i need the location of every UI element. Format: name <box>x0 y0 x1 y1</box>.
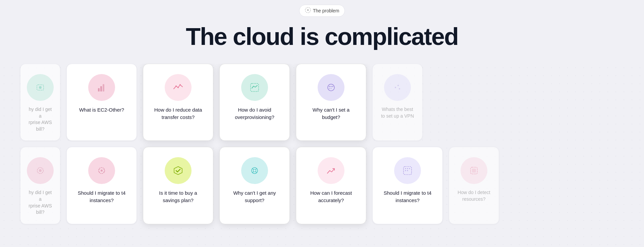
card-text-overprovision: How do I avoid overprovisioning? <box>228 106 281 121</box>
card-partial-surprise-bill[interactable]: hy did I get arprise AWS bill? <box>20 64 60 141</box>
svg-point-27 <box>104 172 105 173</box>
svg-point-25 <box>104 169 105 170</box>
svg-point-3 <box>39 86 42 89</box>
card-icon-detect <box>461 157 487 184</box>
page-title: The cloud is complicated <box>186 23 458 50</box>
card-text-ec2: What is EC2-Other? <box>79 106 124 114</box>
card-migrate-t4-2[interactable]: Should I migrate to t4 instances? <box>372 147 443 224</box>
card-partial-vpn[interactable]: Whats the bestto set up a VPN <box>372 64 423 141</box>
badge-label: The problem <box>313 8 339 13</box>
card-text-savings: Is it time to buy a savings plan? <box>151 189 205 204</box>
svg-point-23 <box>101 170 103 172</box>
card-icon-forecast <box>318 157 344 184</box>
svg-line-33 <box>256 172 257 173</box>
card-support[interactable]: Why can't I get any support? <box>219 147 290 224</box>
svg-rect-6 <box>103 84 104 91</box>
card-partial-text-detect: How do I detectresources? <box>458 189 490 202</box>
svg-point-24 <box>99 169 100 170</box>
cards-area: hy did I get arprise AWS bill? What is E… <box>0 64 644 247</box>
badge-icon <box>305 7 311 14</box>
card-budget[interactable]: Why can't I set a budget? <box>296 64 366 141</box>
svg-point-9 <box>179 84 181 85</box>
card-reduce-transfer[interactable]: How do I reduce data transfer costs? <box>143 64 213 141</box>
svg-line-32 <box>253 172 254 173</box>
svg-rect-10 <box>251 83 259 91</box>
svg-point-39 <box>407 170 408 171</box>
card-icon-transfer <box>165 74 192 101</box>
svg-point-11 <box>328 84 334 91</box>
cards-row-2: hy did I get arprise AWS bill? <box>0 147 644 224</box>
card-icon-migrate1 <box>88 157 115 184</box>
svg-point-16 <box>331 88 332 89</box>
svg-point-8 <box>177 87 179 88</box>
cards-row-1: hy did I get arprise AWS bill? What is E… <box>0 64 644 141</box>
svg-point-19 <box>399 88 400 89</box>
svg-point-13 <box>331 86 332 87</box>
card-partial-detect[interactable]: How do I detectresources? <box>449 147 499 224</box>
card-text-support: Why can't I get any support? <box>228 189 281 204</box>
svg-point-18 <box>397 85 399 86</box>
svg-point-21 <box>39 169 42 172</box>
card-icon-support <box>241 157 268 184</box>
svg-point-36 <box>407 168 408 169</box>
card-partial-bill-2[interactable]: hy did I get arprise AWS bill? <box>20 147 60 224</box>
svg-point-15 <box>329 88 330 89</box>
svg-point-1 <box>307 9 309 11</box>
svg-line-31 <box>256 169 257 170</box>
card-icon-savings <box>165 157 192 184</box>
card-savings-plan[interactable]: Is it time to buy a savings plan? <box>143 147 213 224</box>
svg-point-12 <box>329 86 330 87</box>
svg-rect-4 <box>98 88 100 91</box>
card-text-migrate2: Should I migrate to t4 instances? <box>381 189 434 204</box>
svg-line-30 <box>253 169 254 170</box>
card-partial-text-vpn: Whats the bestto set up a VPN <box>381 106 414 119</box>
card-icon-vpn <box>384 74 411 101</box>
svg-rect-41 <box>472 169 476 173</box>
page-wrapper: The problem The cloud is complicated hy … <box>0 0 644 247</box>
card-partial-text-1: hy did I get arprise AWS bill? <box>29 106 52 132</box>
card-forecast[interactable]: How can I forecast accurately? <box>296 147 366 224</box>
svg-point-14 <box>332 86 333 87</box>
svg-point-37 <box>409 168 410 169</box>
card-icon-budget <box>318 74 344 101</box>
svg-point-7 <box>175 85 177 87</box>
card-text-budget: Why can't I set a budget? <box>304 106 358 121</box>
card-text-forecast: How can I forecast accurately? <box>304 189 358 204</box>
svg-point-35 <box>405 168 406 169</box>
card-icon-partial-bill <box>27 157 54 184</box>
card-icon-ec2 <box>88 74 115 101</box>
badge: The problem <box>299 5 345 17</box>
card-overprovision[interactable]: How do I avoid overprovisioning? <box>219 64 290 141</box>
card-migrate-t4-1[interactable]: Should I migrate to t4 instances? <box>66 147 137 224</box>
svg-point-17 <box>395 87 396 88</box>
card-partial-text-bill-2: hy did I get arprise AWS bill? <box>29 189 52 215</box>
card-text-migrate1: Should I migrate to t4 instances? <box>75 189 128 204</box>
svg-point-38 <box>405 170 406 171</box>
card-ec2-other[interactable]: What is EC2-Other? <box>66 64 137 141</box>
card-icon-migrate2 <box>394 157 421 184</box>
card-text-transfer: How do I reduce data transfer costs? <box>151 106 205 121</box>
card-icon-overprovision <box>241 74 268 101</box>
svg-point-26 <box>99 172 100 173</box>
svg-rect-5 <box>100 86 102 91</box>
